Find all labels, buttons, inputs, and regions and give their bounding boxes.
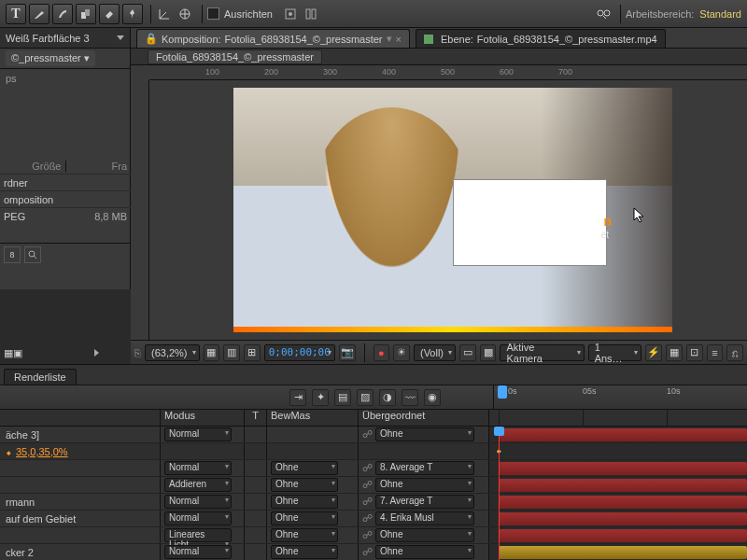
views-dropdown[interactable]: 1 Ans… (588, 344, 642, 361)
snap-checkbox[interactable] (207, 7, 219, 20)
pickwhip-icon[interactable]: ☍ (362, 529, 373, 541)
draft3d-icon[interactable]: ✦ (312, 389, 329, 406)
col-fr-header[interactable]: Fra (66, 161, 132, 172)
track-cell[interactable] (489, 427, 747, 442)
view-options-2-icon[interactable]: ⊡ (686, 344, 703, 361)
timeline-layer-row[interactable]: AddierenOhne☍Ohne (0, 477, 747, 494)
layer-bar[interactable] (499, 546, 747, 559)
file-row[interactable]: PEG8,8 MB (0, 207, 131, 224)
bew-dropdown[interactable]: Ohne (271, 495, 338, 509)
keyframe-icon[interactable]: ⬥ (6, 446, 12, 457)
parent-dropdown[interactable]: Ohne (375, 545, 474, 559)
timeline-layer-row[interactable]: ⬥35,0,35,0%⬥ (0, 443, 747, 460)
parent-dropdown[interactable]: Ohne (375, 478, 474, 492)
mode-dropdown[interactable]: Normal (164, 545, 232, 559)
search-icon[interactable] (595, 6, 612, 22)
snap-edges-icon[interactable] (303, 6, 319, 22)
pickwhip-icon[interactable]: ☍ (362, 512, 373, 525)
col-parent-header[interactable]: Übergeordnet (359, 410, 489, 426)
timeline-icon[interactable]: ≡ (707, 344, 724, 361)
file-row[interactable]: omposition (0, 190, 131, 207)
playhead[interactable] (499, 427, 500, 560)
mode-dropdown[interactable]: Normal (164, 427, 232, 441)
expand-icon[interactable] (94, 349, 103, 357)
layer-bar[interactable] (499, 462, 747, 475)
track-cell[interactable] (489, 494, 747, 510)
bew-dropdown[interactable]: Ohne (271, 478, 338, 492)
timeline-layer-row[interactable]: äche 3]Normal☍Ohne (0, 427, 747, 443)
col-size-header[interactable]: Größe (0, 161, 66, 172)
pickwhip-icon[interactable]: ☍ (362, 546, 373, 558)
text-tool-icon[interactable]: T (6, 4, 26, 24)
mode-dropdown[interactable]: Normal (164, 495, 232, 509)
layer-bar[interactable] (499, 529, 747, 542)
workarea-start-icon[interactable] (498, 385, 507, 399)
workspace-value[interactable]: Standard (699, 8, 741, 20)
layer-bar[interactable] (499, 428, 747, 441)
autokey-icon[interactable]: ◉ (424, 389, 441, 406)
zoom-dropdown[interactable]: (63,2%) (145, 344, 200, 361)
track-cell[interactable] (489, 511, 747, 526)
shy-icon[interactable]: ⇥ (289, 389, 306, 406)
bew-dropdown[interactable]: Ohne (271, 528, 338, 542)
view-options-1-icon[interactable]: ▦ (666, 344, 683, 361)
snap-options-icon[interactable] (282, 6, 299, 22)
parent-dropdown[interactable]: Ohne (375, 427, 474, 441)
mode-dropdown[interactable]: Lineares Licht (164, 528, 232, 542)
guides-icon[interactable]: ⊞ (244, 344, 261, 361)
panel-tab[interactable]: Weiß Farbfläche 3 (0, 28, 130, 49)
local-axis-icon[interactable] (156, 6, 173, 22)
timeline-layer-row[interactable]: Lineares LichtOhne☍Ohne (0, 527, 747, 544)
fast-preview-icon[interactable]: ⚡ (645, 344, 662, 361)
pickwhip-icon[interactable]: ☍ (362, 428, 373, 441)
channel-icon[interactable]: ● (374, 344, 390, 361)
scale-value[interactable]: 35,0,35,0% (16, 446, 68, 457)
track-cell[interactable] (489, 460, 747, 476)
motionblur-icon[interactable]: ▨ (357, 389, 374, 406)
pickwhip-icon[interactable]: ☍ (362, 479, 373, 491)
resolution-dropdown[interactable]: (Voll) (414, 344, 456, 361)
close-tab-icon[interactable]: × (396, 34, 402, 45)
transparency-grid-icon[interactable]: ▩ (480, 344, 497, 361)
pickwhip-icon[interactable]: ☍ (362, 462, 373, 474)
parent-dropdown[interactable]: 4. Erika Musl (375, 511, 474, 525)
pin-tool-icon[interactable] (122, 4, 143, 24)
parent-dropdown[interactable]: Ohne (375, 528, 474, 542)
layer-bar[interactable] (499, 512, 747, 525)
search-project-icon[interactable] (24, 246, 41, 263)
track-cell[interactable] (489, 544, 747, 560)
snapshot-icon[interactable]: 📷 (339, 344, 356, 361)
brush-tool-icon[interactable] (52, 4, 73, 24)
timeline-layer-row[interactable]: NormalOhne☍8. Average T (0, 460, 747, 477)
bit-depth-icon[interactable]: 8 (4, 246, 21, 263)
parent-dropdown[interactable]: 8. Average T (375, 461, 474, 475)
resolution-icon[interactable]: ▦ (204, 344, 220, 361)
pen-tool-icon[interactable] (29, 4, 49, 24)
layer-bar[interactable] (499, 479, 747, 492)
camera-dropdown[interactable]: Aktive Kamera (500, 344, 584, 361)
exposure-icon[interactable]: ☀ (393, 344, 410, 361)
layer-bar[interactable] (499, 496, 747, 509)
crumb-item[interactable]: Fotolia_68938154_©_pressmaster (148, 49, 322, 64)
col-mode-header[interactable]: Modus (161, 410, 245, 426)
layer-tab[interactable]: Ebene: Fotolia_68938154_©_pressmaster.mp… (416, 29, 666, 48)
new-comp-icon[interactable]: ▣ (13, 347, 22, 359)
flowchart-icon[interactable]: ⎌ (726, 344, 743, 361)
graph-icon[interactable]: 〰 (402, 389, 418, 406)
new-folder-icon[interactable]: ▦ (4, 347, 13, 359)
panel-menu-icon[interactable] (117, 35, 124, 40)
brainstorm-icon[interactable]: ◑ (379, 389, 396, 406)
timeline-layer-row[interactable]: rmannNormalOhne☍7. Average T (0, 494, 747, 511)
track-cell[interactable] (489, 527, 747, 543)
time-ruler[interactable]: 0s 05s 10s (494, 385, 747, 402)
expand-viewer-icon[interactable]: ⎘ (134, 347, 141, 358)
white-overlay[interactable] (453, 179, 607, 266)
mode-dropdown[interactable]: Addieren (164, 478, 232, 492)
track-cell[interactable] (489, 477, 747, 493)
bew-dropdown[interactable]: Ohne (271, 511, 338, 525)
grid-icon[interactable]: ▥ (223, 344, 240, 361)
comp-canvas[interactable]: n et (149, 80, 747, 340)
clone-tool-icon[interactable] (76, 4, 96, 24)
comp-tab-active[interactable]: 🔒 Komposition: Fotolia_68938154_©_pressm… (136, 29, 410, 48)
pickwhip-icon[interactable]: ☍ (362, 496, 373, 508)
